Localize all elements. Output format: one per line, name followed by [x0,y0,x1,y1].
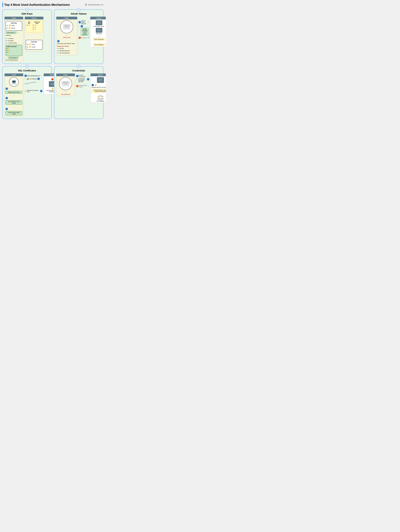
cred-step2-server-row: 2 🔑 [92,84,106,86]
h-key1: H🔑 [6,48,21,49]
cred-decrypts-label: Decrypts with SSL cert private key [92,87,106,88]
random-key-icon: 🔑 [25,90,27,92]
cred-step1-label: HTTPS Connection [79,75,87,77]
oauth-server-container: Server Authorization Server [90,17,106,47]
db-label: User Database [97,101,104,102]
pub-host-keys-box: public host keys H🔑 H🔑 H🔑 ... [6,45,22,56]
sl1 [97,22,101,22]
client-secret-area: ↑ client secret [57,34,76,38]
oauth-layout: Client client ID ******** ↑ client secre… [56,17,101,55]
star-h-icon: ★ [6,40,7,42]
db-arrow: ↕ [100,94,101,95]
header: Top 4 Most Used Authentication Mechanism… [2,2,103,7]
h-key1-icon: 🔑 [8,48,10,49]
server-host-key-area: host key U 🔑 public U 🔑 private [26,40,43,50]
green-key-icon: 🔑 [8,24,11,27]
h-key3-icon: 🔑 [8,52,10,53]
ssl-step1-row: 1 https://bytebytego.com → [25,75,43,77]
ssl-step4-badge: 4 [6,97,8,99]
token-arrow2: ↓ [98,41,99,43]
host-key-label: host key [7,22,21,24]
legend-box: ★ U userkey ★ H hostkey ★ C client hostk… [6,38,22,44]
c-key1: C🔑 [33,24,41,26]
ssh-server-container: Server user key U🔑 client host keys [25,17,43,51]
h-key2-icon: 🔑 [8,50,10,51]
auth-server-area: Authorization Server [91,20,106,27]
oauth-panel: 2 OAuth Tokens Client client ID ********… [54,9,103,64]
user-key-title: user key [27,21,31,24]
step3-area: 3 API Access with "Bearer" token [57,40,76,44]
oauth-middle: 1 Access Token Request → ← 2 Identity Va… [79,17,89,40]
ssl-step4-down: ↓ [6,105,22,107]
ssh-client-container: Client host key U 🔑 public U [5,17,23,62]
server-host-key-title: host key [27,41,41,43]
cred-lookup-box: username lookup + hashed password verifi… [92,89,106,93]
server-keys-row: user key U🔑 client host keys C🔑 C🔑 C🔑 ..… [27,21,41,32]
cred-server-body: 2 🔑 Decrypts with SSL cert private key u… [91,76,106,103]
step2-row: ← 2 Identity Validation + access token i… [79,25,89,36]
ssl-step3-down: ↓ [6,95,22,96]
server-pub-label: public [32,44,35,45]
main-grid: 1 SSH Keys Client host key U 🔑 public [2,9,103,119]
legend-c-label: C client hostkey [8,42,17,44]
step1-label: Access Token Request [81,20,87,24]
c-key3-icon: 🔑 [34,28,36,30]
private-label: private [11,27,15,29]
r200-item: ★ 200 OK [57,48,76,49]
oauth-server-header: Server [90,17,106,19]
sl3 [97,23,101,24]
star-c-icon: ★ [6,42,7,44]
oauth-client-body: client ID ******** ↑ client secret 3 API… [56,19,77,55]
r401-item: ★ 401 Unauthorized [57,52,76,54]
ssl-step6-badge: 6 [40,90,43,92]
ssl-sl2 [50,84,54,84]
legend-h-label: H hostkey [8,40,13,41]
step1-arrow: → [87,21,89,23]
r200-star: ★ [57,48,59,49]
step4-badge: 4 [79,37,81,39]
cred-step2-content: Credentials Encryption with SSL [78,78,86,82]
ssl-client-body: 💻 3 ↓ Validity Expiry Check ↓ 4 [5,76,23,117]
cred-step2-back-arrow: ← [76,78,78,80]
r400-label: 400 Bad Request [60,50,69,51]
r400-item: ★ 400 Bad Request [57,50,76,52]
ssl-step1-arrow: → [41,75,43,77]
left-arrow-icon: ← [6,57,7,59]
ssl-step2-back-arrow: ← [25,78,26,80]
ssh-client-col: Client host key U 🔑 public U [5,17,23,62]
oauth-number: 2 [77,8,80,11]
user-key-col: user key U🔑 [27,21,31,32]
cred-middle: 1 HTTPS Connection → ← Credentials Encry… [76,73,89,88]
db-area: ↕ User Database [92,94,106,102]
ssl-panel: 3 SSL Certificates Client 💻 3 [2,66,52,119]
user-password-label: user password [57,94,74,95]
pub-host-keys-title: public host keys [6,46,21,47]
key-u-private: U 🔑 private [7,27,21,29]
c-more-dots: ... [33,30,41,32]
ssh-panel: 1 SSH Keys Client host key U 🔑 public [2,9,52,64]
ssl-step3-row: 3 ↓ [6,88,22,90]
cred-step2-badge: 2 [87,78,89,81]
ssl-step2-label: ssl certificate [29,78,37,80]
server-pub-key: U 🔑 public [27,43,41,45]
c-key1-icon: 🔑 [34,24,36,26]
cred-server-icon [97,77,104,83]
response-title: Response Codes: [57,45,76,47]
response-codes: Response Codes: ★ 200 OK ★ 400 Bad Reque… [57,45,76,54]
client-circle: client ID ******** [60,20,73,33]
oauth-client-col: Client client ID ******** ↑ client secre… [56,17,77,55]
brand-label: blog.bytebytego.com [88,4,103,6]
cred-layout: Client username ******** ↑ user password [56,73,101,103]
ssl-step5-badge: 5 [6,108,8,110]
arrow-right-icon: → [17,32,19,34]
laptop-circle: 💻 [9,77,18,87]
server-keys-box: user key U🔑 client host keys C🔑 C🔑 C🔑 ..… [26,20,43,33]
c-key3: C🔑 [33,28,41,30]
cred-client-container: Client username ******** ↑ user password [56,73,75,96]
ssl-cert-icon: 🔏 [27,78,29,80]
token-extraction-box: Token Extraction [93,38,105,41]
ssl-middle: 1 https://bytebytego.com → ← 🔏 ssl certi… [25,73,43,92]
public-label: public [11,25,15,26]
key-u2-label: U [7,27,8,29]
cred-client-col: Client username ******** ↑ user password [56,73,75,96]
